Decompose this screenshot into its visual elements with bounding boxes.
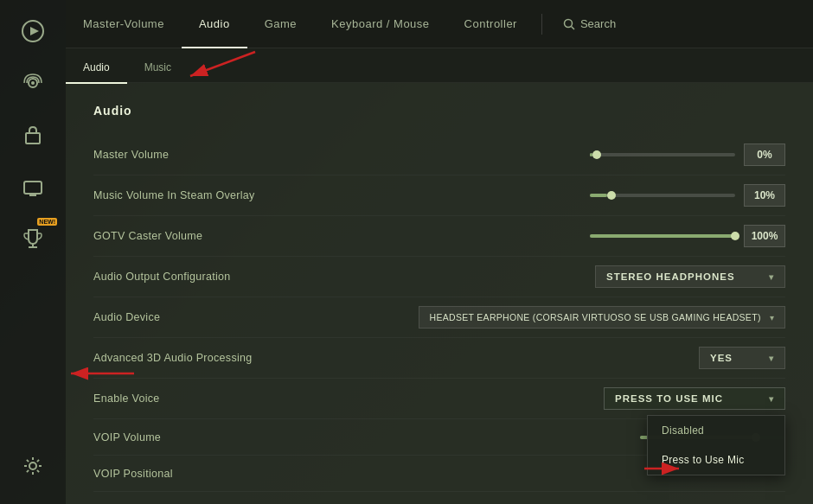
chevron-down-icon: ▾	[770, 313, 774, 322]
main-container: master-volume Audio Game Keyboard / Mous…	[0, 0, 813, 504]
menu-item-press-to-use-mic[interactable]: Press to Use Mic	[648, 445, 784, 475]
svg-marker-1	[30, 27, 39, 35]
music-volume-slider[interactable]	[590, 194, 735, 197]
gotv-volume-track	[590, 234, 735, 238]
sidebar-item-new[interactable]	[7, 214, 59, 263]
gotv-volume-control: 100%	[590, 225, 785, 247]
enable-voice-control: PRESS TO USE MIC ▾	[604, 387, 785, 410]
sub-nav: Audio Music	[66, 48, 813, 83]
search-icon	[563, 18, 575, 30]
sidebar-item-shop[interactable]	[7, 111, 59, 159]
sidebar-item-tv[interactable]	[7, 163, 59, 211]
sidebar-item-play[interactable]	[7, 7, 59, 55]
gotv-volume-label: GOTV Caster Volume	[93, 230, 202, 242]
setting-row-master-volume: Master Volume 0%	[93, 135, 785, 175]
advanced-3d-control: YES ▾	[699, 347, 785, 369]
gotv-volume-slider[interactable]	[590, 234, 735, 238]
music-volume-control: 10%	[590, 184, 785, 207]
sidebar-item-settings[interactable]	[7, 442, 59, 490]
content-area: master-volume Audio Game Keyboard / Mous…	[66, 0, 813, 504]
tab-keyboard-mouse[interactable]: Keyboard / Mouse	[314, 1, 447, 48]
enable-voice-dropdown[interactable]: PRESS TO USE MIC ▾	[604, 387, 785, 410]
sub-tab-music[interactable]: Music	[127, 53, 189, 84]
music-volume-value: 10%	[744, 184, 785, 207]
audio-device-dropdown[interactable]: HEADSET EARPHONE (CORSAIR VIRTUOSO SE US…	[419, 306, 785, 329]
menu-item-disabled[interactable]: Disabled	[648, 416, 784, 445]
sidebar-item-radio[interactable]	[7, 59, 59, 107]
radio-icon	[19, 69, 47, 97]
music-volume-track	[590, 194, 735, 197]
search-button[interactable]: Search	[549, 17, 630, 30]
audio-output-control: STEREO HEADPHONES ▾	[595, 265, 785, 288]
music-volume-label: Music Volume In Steam Overlay	[93, 189, 255, 201]
audio-device-label: Audio Device	[93, 311, 160, 323]
voip-volume-label: VOIP Volume	[93, 431, 161, 443]
svg-line-11	[571, 26, 574, 29]
sidebar	[0, 0, 66, 504]
shop-icon	[19, 121, 47, 149]
chevron-down-icon: ▾	[769, 272, 774, 282]
setting-row-enable-voice: Enable Voice PRESS TO USE MIC ▾ Disabled…	[93, 379, 785, 419]
svg-point-3	[31, 81, 35, 85]
sub-tab-audio[interactable]: Audio	[66, 53, 127, 84]
section-title: Audio	[93, 104, 785, 118]
master-volume-label: Master Volume	[93, 149, 169, 161]
setting-row-advanced-3d: Advanced 3D Audio Processing YES ▾	[93, 338, 785, 379]
chevron-down-icon: ▾	[769, 354, 774, 363]
tab-audio[interactable]: Audio	[182, 1, 247, 48]
tab-controller[interactable]: Controller	[447, 1, 535, 48]
svg-point-9	[29, 463, 36, 469]
tab-video[interactable]: master-volume	[66, 1, 182, 48]
master-volume-control: 0%	[590, 144, 785, 166]
enable-voice-label: Enable Voice	[93, 392, 160, 405]
tv-icon	[19, 173, 47, 201]
setting-row-gotv-volume: GOTV Caster Volume 100%	[93, 216, 785, 257]
trophy-icon	[19, 225, 47, 252]
master-volume-track	[590, 153, 735, 156]
master-volume-value: 0%	[744, 144, 785, 166]
settings-content: Audio Master Volume 0% Music Volume In S…	[66, 83, 813, 504]
svg-point-10	[564, 19, 572, 27]
audio-output-dropdown[interactable]: STEREO HEADPHONES ▾	[595, 265, 785, 288]
audio-device-control: HEADSET EARPHONE (CORSAIR VIRTUOSO SE US…	[419, 306, 785, 329]
voip-positional-label: VOIP Positional	[93, 468, 173, 480]
advanced-3d-dropdown[interactable]: YES ▾	[699, 347, 785, 369]
setting-row-audio-device: Audio Device HEADSET EARPHONE (CORSAIR V…	[93, 297, 785, 338]
play-icon	[19, 17, 47, 45]
master-volume-thumb	[592, 150, 601, 159]
master-volume-slider[interactable]	[590, 153, 735, 156]
gotv-volume-fill	[590, 234, 735, 238]
audio-output-label: Audio Output Configuration	[93, 271, 231, 283]
top-nav: master-volume Audio Game Keyboard / Mous…	[66, 0, 813, 48]
enable-voice-menu: Disabled Press to Use Mic	[647, 415, 785, 475]
nav-divider	[541, 14, 542, 35]
music-volume-fill	[590, 194, 607, 197]
svg-rect-4	[26, 133, 40, 144]
setting-row-audio-output: Audio Output Configuration STEREO HEADPH…	[93, 257, 785, 297]
advanced-3d-label: Advanced 3D Audio Processing	[93, 352, 253, 364]
settings-icon	[19, 452, 47, 480]
setting-row-music-volume: Music Volume In Steam Overlay 10%	[93, 175, 785, 216]
chevron-down-icon: ▾	[769, 394, 774, 404]
svg-rect-5	[24, 182, 42, 194]
gotv-volume-thumb	[731, 232, 739, 240]
music-volume-thumb	[607, 191, 616, 200]
tab-game[interactable]: Game	[247, 1, 314, 48]
gotv-volume-value: 100%	[744, 225, 785, 247]
